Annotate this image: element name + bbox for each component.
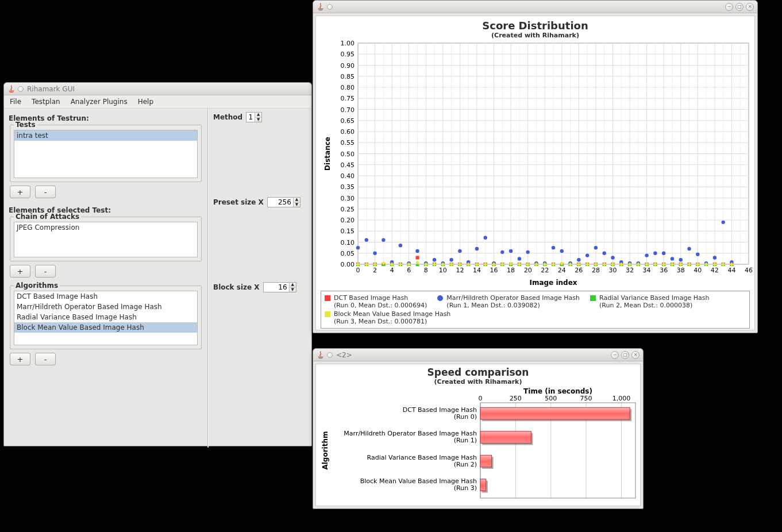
svg-text:40: 40 bbox=[694, 267, 702, 274]
svg-rect-220 bbox=[480, 407, 630, 419]
tests-remove-button[interactable]: - bbox=[35, 186, 56, 198]
svg-point-201 bbox=[696, 252, 699, 256]
algos-add-button[interactable]: + bbox=[10, 353, 30, 365]
block-label: Block size X bbox=[213, 283, 260, 291]
chain-remove-button[interactable]: - bbox=[35, 265, 56, 277]
svg-text:22: 22 bbox=[541, 267, 549, 274]
tests-add-button[interactable]: + bbox=[10, 186, 30, 198]
chart-title: Score Distribution bbox=[321, 20, 750, 32]
svg-text:0.75: 0.75 bbox=[341, 95, 355, 102]
algos-list[interactable]: DCT Based Image Hash Marr/Hildreth Opera… bbox=[14, 291, 198, 345]
list-item[interactable]: Marr/Hildreth Operator Based Image Hash bbox=[14, 302, 197, 312]
svg-point-184 bbox=[552, 246, 555, 249]
block-spinner[interactable]: ▲▼ bbox=[263, 282, 296, 292]
svg-text:30: 30 bbox=[608, 267, 617, 274]
legend-item: Block Mean Value Based Image Hash(Run 3,… bbox=[325, 310, 450, 325]
score-chart: Score Distribution (Created with Rihamar… bbox=[315, 16, 755, 330]
svg-text:(Run 3): (Run 3) bbox=[454, 484, 477, 492]
svg-text:14: 14 bbox=[473, 267, 481, 274]
tests-list[interactable]: intra test bbox=[14, 130, 198, 178]
menu-file[interactable]: File bbox=[7, 97, 24, 107]
preset-spinner[interactable]: ▲▼ bbox=[267, 197, 301, 207]
speed-chart: Speed comparison (Created with Rihamark)… bbox=[315, 364, 641, 506]
score-window: − ▢ × Score Distribution (Created with R… bbox=[313, 0, 758, 333]
method-input[interactable] bbox=[246, 113, 255, 122]
svg-point-190 bbox=[602, 252, 606, 255]
block-input[interactable] bbox=[264, 283, 289, 292]
svg-rect-123 bbox=[415, 256, 419, 259]
list-item[interactable]: DCT Based Image Hash bbox=[14, 291, 197, 302]
svg-point-204 bbox=[721, 221, 725, 224]
svg-text:0.20: 0.20 bbox=[341, 217, 355, 224]
svg-text:Algorithm: Algorithm bbox=[321, 431, 329, 469]
elements-label: Elements of Testrun: bbox=[9, 114, 204, 122]
svg-text:28: 28 bbox=[592, 267, 600, 274]
svg-point-170 bbox=[433, 258, 436, 261]
window-menu-icon[interactable] bbox=[18, 86, 24, 92]
algos-fieldset: Algorithms DCT Based Image Hash Marr/Hil… bbox=[10, 286, 202, 349]
menu-analyzer[interactable]: Analyzer Plugins bbox=[68, 97, 130, 107]
list-item[interactable]: JPEG Compression bbox=[14, 222, 197, 233]
svg-text:0.65: 0.65 bbox=[341, 117, 355, 125]
score-legend: DCT Based Image Hash(Run 0, Mean Dst.: 0… bbox=[321, 291, 750, 329]
left-pane: Elements of Testrun: Tests intra test + … bbox=[4, 109, 208, 448]
tests-legend: Tests bbox=[14, 121, 37, 129]
algos-remove-button[interactable]: - bbox=[35, 353, 56, 365]
menu-testplan[interactable]: Testplan bbox=[29, 97, 63, 107]
preset-input[interactable] bbox=[268, 198, 293, 207]
svg-text:10: 10 bbox=[439, 267, 447, 274]
svg-text:0.35: 0.35 bbox=[341, 183, 355, 191]
svg-text:46: 46 bbox=[745, 267, 753, 274]
svg-text:0.30: 0.30 bbox=[341, 195, 355, 202]
svg-text:38: 38 bbox=[677, 267, 685, 274]
svg-rect-224 bbox=[480, 431, 531, 444]
svg-point-199 bbox=[679, 258, 683, 261]
method-spinner[interactable]: ▲▼ bbox=[246, 112, 262, 122]
list-item[interactable]: Radial Variance Based Image Hash bbox=[14, 312, 197, 322]
svg-text:0.50: 0.50 bbox=[341, 151, 355, 158]
right-pane: Method ▲▼ Preset size X ▲▼ Block size X … bbox=[208, 109, 311, 448]
svg-point-164 bbox=[382, 238, 385, 241]
chain-add-button[interactable]: + bbox=[10, 265, 30, 277]
minimize-icon[interactable]: − bbox=[725, 3, 733, 11]
svg-text:0.70: 0.70 bbox=[341, 106, 355, 114]
maximize-icon[interactable]: ▢ bbox=[621, 351, 629, 359]
svg-text:4: 4 bbox=[390, 267, 394, 274]
svg-text:44: 44 bbox=[727, 267, 735, 274]
preset-row: Preset size X ▲▼ bbox=[213, 197, 307, 207]
list-item[interactable]: intra test bbox=[14, 130, 197, 141]
tests-fieldset: Tests intra test bbox=[10, 125, 202, 182]
main-split: Elements of Testrun: Tests intra test + … bbox=[4, 109, 311, 448]
svg-text:34: 34 bbox=[643, 267, 651, 274]
chevron-down-icon[interactable]: ▼ bbox=[294, 203, 300, 207]
window-menu-icon[interactable] bbox=[327, 352, 333, 358]
speed-titlebar[interactable]: <2> − ▢ × bbox=[313, 349, 643, 361]
close-icon[interactable]: × bbox=[746, 3, 754, 11]
close-icon[interactable]: × bbox=[631, 351, 640, 359]
chevron-down-icon[interactable]: ▼ bbox=[255, 118, 261, 122]
window-menu-icon[interactable] bbox=[327, 4, 333, 10]
minimize-icon[interactable]: − bbox=[611, 351, 619, 359]
chain-list[interactable]: JPEG Compression bbox=[14, 222, 198, 257]
main-titlebar[interactable]: Rihamark GUI bbox=[4, 83, 311, 95]
menu-help[interactable]: Help bbox=[136, 97, 156, 107]
svg-text:0: 0 bbox=[479, 395, 483, 402]
menubar: File Testplan Analyzer Plugins Help bbox=[4, 95, 311, 109]
chain-legend: Chain of Attacks bbox=[14, 213, 81, 221]
maximize-icon[interactable]: ▢ bbox=[735, 3, 744, 11]
score-titlebar[interactable]: − ▢ × bbox=[313, 1, 757, 13]
list-item[interactable]: Block Mean Value Based Image Hash bbox=[14, 322, 197, 333]
svg-text:18: 18 bbox=[507, 267, 515, 274]
svg-text:0.40: 0.40 bbox=[341, 172, 355, 180]
svg-point-175 bbox=[475, 247, 479, 250]
svg-text:8: 8 bbox=[424, 267, 428, 274]
svg-text:1.00: 1.00 bbox=[341, 40, 355, 47]
java-icon bbox=[317, 351, 325, 359]
chevron-down-icon[interactable]: ▼ bbox=[290, 288, 296, 292]
svg-text:2: 2 bbox=[373, 267, 377, 274]
svg-point-189 bbox=[594, 246, 598, 249]
svg-point-195 bbox=[645, 253, 648, 257]
speed-plot-svg: Time (in seconds)02505007501,000Algorith… bbox=[319, 387, 641, 502]
svg-text:1,000: 1,000 bbox=[612, 395, 631, 402]
java-icon bbox=[317, 3, 325, 11]
